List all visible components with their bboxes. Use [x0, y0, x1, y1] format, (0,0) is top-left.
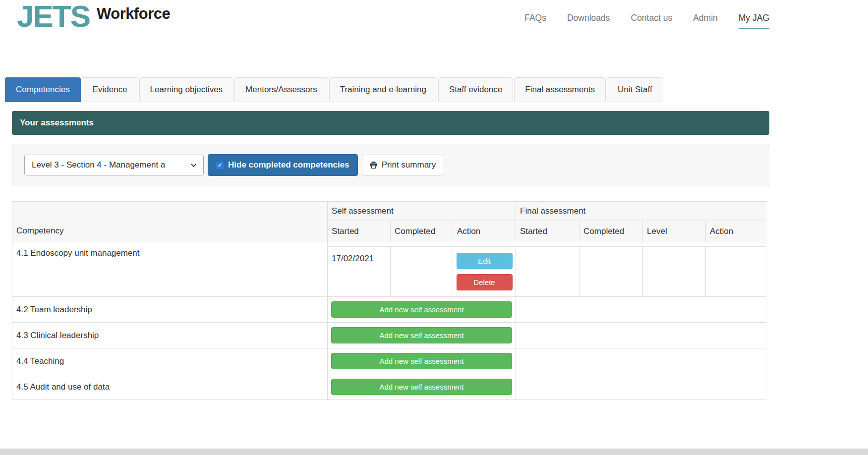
self-action-cell: Edit Delete: [453, 247, 516, 297]
add-self-assessment-button[interactable]: Add new self assessment: [331, 327, 512, 343]
competency-cell: 4.3 Clinical leadership: [12, 323, 328, 348]
self-action-header: Action: [453, 221, 516, 242]
logo-jets-text: JETS: [17, 2, 90, 31]
table-row: 4.1 Endoscopy unit management: [12, 242, 766, 247]
page-bottom-strip: [0, 449, 868, 455]
tab-training-elearning[interactable]: Training and e-learning: [329, 77, 437, 102]
nav-faqs[interactable]: FAQs: [524, 13, 546, 29]
jets-logo[interactable]: JETS Workforce: [17, 2, 170, 31]
printer-icon: [369, 161, 378, 169]
tab-mentors-assessors[interactable]: Mentors/Assessors: [234, 77, 328, 102]
table-row: 4.5 Audit and use of data Add new self a…: [12, 374, 766, 400]
competency-cell: 4.5 Audit and use of data: [12, 374, 328, 400]
logo-workforce-text: Workforce: [97, 5, 170, 23]
final-action-cell: [706, 247, 766, 297]
add-self-assessment-button[interactable]: Add new self assessment: [331, 301, 512, 318]
print-summary-label: Print summary: [382, 160, 436, 170]
tab-evidence[interactable]: Evidence: [82, 77, 138, 102]
group-header-row: Competency Self assessment Final assessm…: [12, 202, 766, 221]
delete-button[interactable]: Delete: [457, 274, 513, 290]
filter-bar: Level 3 - Section 4 - Management a ✓ Hid…: [12, 144, 769, 186]
self-completed-cell: [391, 247, 453, 297]
table-row: 4.3 Clinical leadership Add new self ass…: [12, 323, 766, 348]
add-self-assessment-button[interactable]: Add new self assessment: [331, 353, 512, 369]
tab-final-assessments[interactable]: Final assessments: [514, 77, 606, 102]
final-level-header: Level: [643, 221, 706, 242]
checkbox-checked-icon[interactable]: ✓: [216, 162, 224, 169]
page-header: JETS Workforce FAQs Downloads Contact us…: [12, 0, 769, 77]
final-action-header: Action: [706, 221, 766, 242]
competency-section-select[interactable]: Level 3 - Section 4 - Management a: [24, 155, 204, 175]
add-self-assessment-button[interactable]: Add new self assessment: [331, 379, 512, 395]
final-level-cell: [643, 247, 706, 297]
edit-button[interactable]: Edit: [457, 253, 513, 269]
competency-cell: 4.4 Teaching: [12, 348, 328, 374]
your-assessments-panel-header: Your assessments: [12, 111, 769, 135]
final-assessment-cell: [516, 348, 766, 374]
final-assessment-group-header: Final assessment: [516, 202, 766, 221]
self-assessment-cell: Add new self assessment: [328, 374, 516, 400]
panel-title: Your assessments: [20, 118, 94, 127]
nav-my-jag[interactable]: My JAG: [739, 13, 769, 29]
self-started-date: 17/02/2021: [328, 247, 391, 297]
final-assessment-cell: [516, 297, 766, 323]
self-assessment-cell: Add new self assessment: [328, 297, 516, 323]
nav-admin[interactable]: Admin: [693, 13, 718, 29]
tab-learning-objectives[interactable]: Learning objectives: [139, 77, 233, 102]
self-assessment-cell: Add new self assessment: [328, 348, 516, 374]
self-started-header: Started: [328, 221, 391, 242]
select-value: Level 3 - Section 4 - Management a: [32, 160, 165, 170]
tab-unit-staff[interactable]: Unit Staff: [607, 77, 663, 102]
final-assessment-cell: [516, 374, 766, 400]
table-row: 4.4 Teaching Add new self assessment: [12, 348, 766, 374]
final-started-header: Started: [516, 221, 579, 242]
chevron-down-icon: [190, 162, 197, 169]
self-assessment-cell: Add new self assessment: [328, 323, 516, 348]
competency-cell: 4.2 Team leadership: [12, 297, 328, 323]
tab-competencies[interactable]: Competencies: [5, 77, 81, 102]
nav-contact-us[interactable]: Contact us: [631, 13, 673, 29]
nav-downloads[interactable]: Downloads: [567, 13, 610, 29]
top-nav: FAQs Downloads Contact us Admin My JAG: [524, 13, 769, 29]
final-started-cell: [516, 247, 579, 297]
tab-staff-evidence[interactable]: Staff evidence: [438, 77, 513, 102]
assessments-table: Competency Self assessment Final assessm…: [12, 201, 766, 400]
self-completed-header: Completed: [391, 221, 453, 242]
self-assessment-group-header: Self assessment: [328, 202, 516, 221]
tab-bar: Competencies Evidence Learning objective…: [5, 77, 769, 102]
competency-cell: 4.1 Endoscopy unit management: [12, 242, 328, 297]
hide-completed-label: Hide completed competencies: [228, 160, 349, 170]
final-assessment-cell: [516, 323, 766, 348]
table-row: 4.2 Team leadership Add new self assessm…: [12, 297, 766, 323]
final-completed-header: Completed: [579, 221, 643, 242]
competency-column-header: Competency: [12, 202, 328, 242]
hide-completed-button[interactable]: ✓ Hide completed competencies: [208, 154, 358, 176]
print-summary-button[interactable]: Print summary: [362, 155, 444, 175]
final-completed-cell: [579, 247, 643, 297]
assessment-subrow-spacer: [328, 242, 766, 247]
